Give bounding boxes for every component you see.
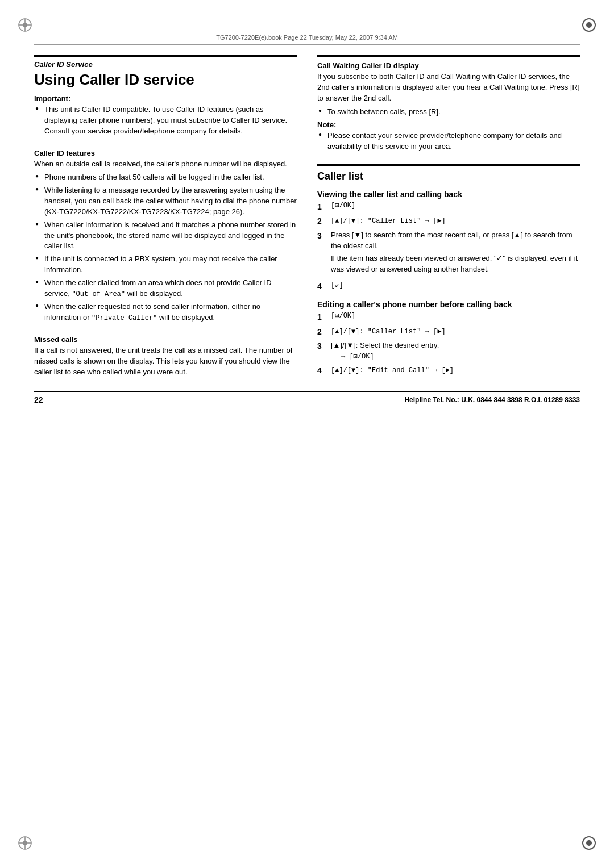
right-column: Call Waiting Caller ID display If you su…: [317, 55, 580, 381]
edit-step3-text: [▲]/[▼]: Select the desired entry.: [331, 341, 439, 349]
bullet6-mono: "Private Caller": [92, 314, 157, 322]
cw-cid-bullet: To switch between calls, press [R].: [317, 107, 580, 118]
step3-sub-bullet: If the item has already been viewed or a…: [331, 253, 580, 275]
top-meta: TG7200-7220E(e).book Page 22 Tuesday, Ma…: [34, 34, 580, 45]
caller-list-bar: [317, 164, 580, 166]
step2-bracket: [►]: [433, 217, 446, 225]
cw-cid-text: If you subscribe to both Caller ID and C…: [317, 72, 580, 104]
footer: 22 Helpline Tel. No.: U.K. 0844 844 3898…: [34, 391, 580, 404]
editing-bar: [317, 295, 580, 295]
cw-cid-label: Call Waiting Caller ID display: [317, 61, 580, 70]
bullet6-post: will be displayed.: [157, 313, 215, 322]
feature-bullet6: When the caller requested not to send ca…: [34, 302, 297, 323]
feature-bullet1: Phone numbers of the last 50 callers wil…: [34, 172, 297, 183]
caller-id-features-intro: When an outside call is received, the ca…: [34, 159, 297, 170]
sep3: [317, 158, 580, 158]
step3-sub-list: If the item has already been viewed or a…: [331, 253, 580, 275]
step2-pre: [▲]/[▼]: "Caller List" →: [331, 217, 433, 225]
important-list: This unit is Caller ID compatible. To us…: [34, 105, 297, 137]
feature-bullet2: While listening to a message recorded by…: [34, 185, 297, 218]
svg-point-11: [586, 840, 592, 846]
helpline-text: Helpline Tel. No.: U.K. 0844 844 3898 R.…: [404, 396, 580, 404]
missed-calls-label: Missed calls: [34, 335, 297, 344]
edit-step3: 3 [▲]/[▼]: Select the desired entry. → […: [317, 340, 580, 362]
note-label: Note:: [317, 120, 580, 129]
viewing-steps: 1 [⊡/OK] 2 [▲]/[▼]: "Caller List" → [►] …: [317, 201, 580, 292]
main-title: Using Caller ID service: [34, 71, 297, 89]
edit-step4-bracket: [►]: [441, 366, 454, 374]
viewing-step1: 1 [⊡/OK]: [317, 201, 580, 212]
corner-mark-tl: [17, 17, 33, 33]
page-number: 22: [34, 395, 43, 404]
step1-content: [⊡/OK]: [331, 201, 580, 212]
caller-id-features-label: Caller ID features: [34, 149, 297, 157]
right-top-bar: [317, 55, 580, 57]
corner-mark-bl: [17, 835, 33, 851]
editing-title: Editing a caller's phone number before c…: [317, 300, 580, 309]
feature-bullet5: When the caller dialled from an area whi…: [34, 278, 297, 299]
page: TG7200-7220E(e).book Page 22 Tuesday, Ma…: [0, 0, 614, 868]
edit-step1-content: [⊡/OK]: [331, 311, 580, 323]
note-bullet: Please contact your service provider/tel…: [317, 131, 580, 152]
caller-list-title: Caller list: [317, 170, 580, 182]
edit-step3-arrow: → [⊡/OK]: [341, 353, 374, 361]
viewing-step3: 3 Press [▼] to search from the most rece…: [317, 230, 580, 278]
note-list: Please contact your service provider/tel…: [317, 131, 580, 152]
viewing-bar: [317, 185, 580, 185]
bullet5-post: will be displayed.: [125, 289, 183, 298]
edit-step4: 4 [▲]/[▼]: "Edit and Call" → [►]: [317, 365, 580, 376]
cw-cid-list: To switch between calls, press [R].: [317, 107, 580, 118]
edit-step2: 2 [▲]/[▼]: "Caller List" → [►]: [317, 326, 580, 337]
missed-calls-text: If a call is not answered, the unit trea…: [34, 345, 297, 378]
section-top-bar: [34, 55, 297, 57]
caller-features-list: Phone numbers of the last 50 callers wil…: [34, 172, 297, 323]
two-column-layout: Caller ID Service Using Caller ID servic…: [34, 55, 580, 381]
svg-point-5: [586, 22, 592, 28]
viewing-step2: 2 [▲]/[▼]: "Caller List" → [►]: [317, 215, 580, 227]
left-column: Caller ID Service Using Caller ID servic…: [34, 55, 297, 381]
bullet5-mono: "Out of Area": [72, 290, 125, 298]
sep1: [34, 143, 297, 143]
editing-steps: 1 [⊡/OK] 2 [▲]/[▼]: "Caller List" → [►] …: [317, 311, 580, 376]
important-label: Important:: [34, 94, 297, 103]
sep2: [34, 329, 297, 329]
step4-content: [↙]: [331, 281, 580, 292]
feature-bullet3: When caller information is received and …: [34, 220, 297, 252]
edit-step2-pre: [▲]/[▼]: "Caller List" →: [331, 328, 433, 336]
corner-mark-tr: [581, 17, 597, 33]
edit-step1: 1 [⊡/OK]: [317, 311, 580, 323]
important-item: This unit is Caller ID compatible. To us…: [34, 105, 297, 137]
feature-bullet4: If the unit is connected to a PBX system…: [34, 254, 297, 276]
edit-step2-bracket: [►]: [433, 328, 446, 336]
viewing-step4: 4 [↙]: [317, 281, 580, 292]
corner-mark-br: [581, 835, 597, 851]
viewing-title: Viewing the caller list and calling back: [317, 190, 580, 199]
edit-step4-pre: [▲]/[▼]: "Edit and Call" →: [331, 366, 441, 374]
section-label: Caller ID Service: [34, 60, 297, 69]
file-ref: TG7200-7220E(e).book Page 22 Tuesday, Ma…: [216, 34, 398, 41]
step3-text: Press [▼] to search from the most recent…: [331, 231, 572, 250]
